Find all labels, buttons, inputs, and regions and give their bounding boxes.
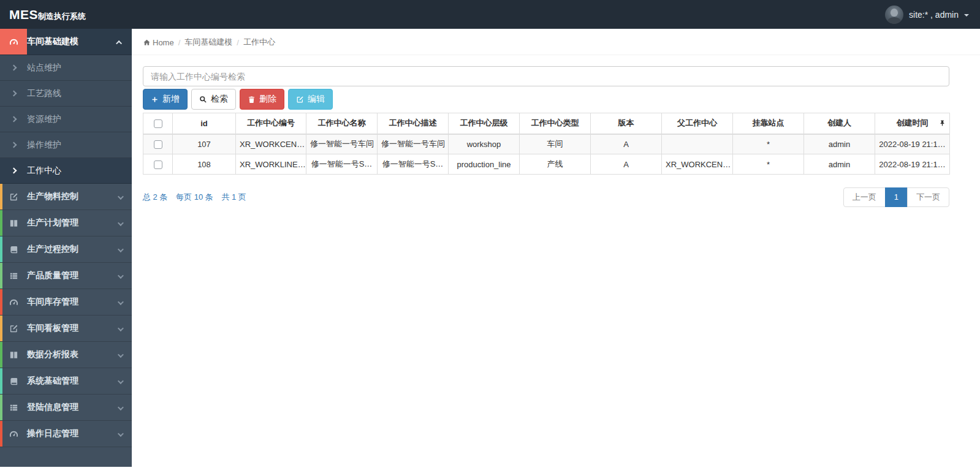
list-icon: [0, 263, 27, 289]
header-created-time: 创建时间: [875, 113, 950, 134]
group-color-strip: [0, 236, 2, 262]
sidebar-group-workshop-basic-modeling[interactable]: 车间基础建模: [0, 29, 132, 55]
breadcrumb-home[interactable]: Home: [143, 38, 174, 47]
row-checkbox[interactable]: [154, 140, 162, 149]
header-station: 挂靠站点: [733, 113, 804, 134]
breadcrumb-section[interactable]: 车间基础建模: [184, 37, 232, 48]
search-icon: [199, 96, 207, 104]
sidebar-group-workshop-inventory-management[interactable]: 车间库存管理: [0, 289, 132, 315]
columns-icon: [0, 210, 27, 236]
sidebar-group-label: 操作日志管理: [27, 428, 78, 439]
chevron-down-icon: [118, 402, 122, 412]
sidebar-group-data-analysis-report[interactable]: 数据分析报表: [0, 342, 132, 368]
top-navbar: MES 制造执行系统 site:* , admin: [0, 0, 980, 29]
dashboard-icon: [0, 29, 27, 55]
table-row[interactable]: 107 XR_WORKCEN… 修一智能一号车间 修一智能一号车间 worksh…: [143, 134, 950, 154]
sidebar-group-login-info-management[interactable]: 登陆信息管理: [0, 395, 132, 421]
sidebar-item-label: 站点维护: [27, 62, 61, 74]
user-menu[interactable]: site:* , admin: [885, 6, 969, 24]
add-button[interactable]: 新增: [143, 89, 188, 110]
chevron-down-icon: [118, 376, 122, 386]
sidebar-group-workshop-kanban-management[interactable]: 车间看板管理: [0, 315, 132, 342]
chevron-down-icon: [118, 323, 122, 333]
trash-icon: [248, 96, 256, 104]
group-color-strip: [0, 210, 2, 236]
sidebar-group-label: 车间库存管理: [27, 297, 78, 308]
home-icon: [143, 39, 151, 47]
cell-code: XR_WORKLINE…: [236, 154, 306, 175]
chevron-right-icon: [0, 158, 27, 183]
chevron-up-icon: [118, 37, 122, 47]
breadcrumb: Home / 车间基础建模 / 工作中心: [132, 29, 980, 55]
app-logo-text: MES: [9, 7, 38, 22]
delete-button[interactable]: 删除: [240, 89, 284, 110]
delete-button-label: 删除: [259, 94, 276, 105]
app-logo-subtitle: 制造执行系统: [38, 11, 86, 22]
sidebar: 车间基础建模 站点维护 工艺路线 资源维护 操作维护 工作中心 生产物料控制 生…: [0, 29, 132, 467]
table-row[interactable]: 108 XR_WORKLINE… 修一智能一号S… 修一智能一号S… produ…: [143, 154, 950, 175]
cell-parent: [662, 134, 733, 154]
cell-created-time: 2022-08-19 21:1…: [875, 134, 950, 154]
table-header-row: id 工作中心编号 工作中心名称 工作中心描述 工作中心层级 工作中心类型 版本…: [143, 113, 950, 134]
sidebar-item-label: 工作中心: [27, 165, 61, 176]
page-1-button[interactable]: 1: [885, 187, 908, 207]
cell-code: XR_WORKCEN…: [236, 134, 306, 154]
group-color-strip: [0, 421, 2, 447]
row-checkbox[interactable]: [154, 161, 162, 169]
group-color-strip: [0, 263, 2, 289]
header-level: 工作中心层级: [449, 113, 520, 134]
sidebar-item-label: 操作维护: [27, 140, 61, 151]
sidebar-group-label: 生产过程控制: [27, 244, 78, 255]
sidebar-group-production-plan-management[interactable]: 生产计划管理: [0, 210, 132, 236]
group-color-strip: [0, 342, 2, 368]
select-all-checkbox[interactable]: [154, 119, 162, 128]
sidebar-group-operation-log-management[interactable]: 操作日志管理: [0, 421, 132, 447]
sidebar-group-production-material-control[interactable]: 生产物料控制: [0, 184, 132, 210]
cell-level: workshop: [449, 134, 520, 154]
sidebar-item-station-maintenance[interactable]: 站点维护: [0, 55, 132, 81]
sidebar-group-system-basic-management[interactable]: 系统基础管理: [0, 368, 132, 395]
cell-name: 修一智能一号车间: [306, 134, 378, 154]
sidebar-item-process-route[interactable]: 工艺路线: [0, 81, 132, 107]
group-color-strip: [0, 289, 2, 315]
dashboard-icon: [0, 421, 27, 447]
sidebar-group-label: 车间基础建模: [27, 36, 78, 47]
work-center-table: id 工作中心编号 工作中心名称 工作中心描述 工作中心层级 工作中心类型 版本…: [143, 113, 950, 175]
sidebar-group-label: 系统基础管理: [27, 376, 78, 387]
sidebar-group-label: 数据分析报表: [27, 349, 78, 360]
chevron-right-icon: [0, 107, 27, 132]
search-button[interactable]: 检索: [191, 89, 236, 110]
group-color-strip: [0, 184, 2, 210]
sidebar-item-resource-maintenance[interactable]: 资源维护: [0, 107, 132, 132]
prev-page-button[interactable]: 上一页: [843, 187, 886, 207]
chevron-down-icon: [118, 218, 122, 228]
sidebar-group-production-process-control[interactable]: 生产过程控制: [0, 236, 132, 263]
search-input[interactable]: [143, 66, 949, 86]
cell-station: *: [733, 134, 804, 154]
sidebar-group-label: 生产物料控制: [27, 191, 78, 202]
next-page-button[interactable]: 下一页: [907, 187, 949, 207]
sidebar-item-label: 资源维护: [27, 114, 61, 125]
cell-type: 车间: [520, 134, 591, 154]
sidebar-item-operation-maintenance[interactable]: 操作维护: [0, 132, 132, 158]
sidebar-group-product-quality-management[interactable]: 产品质量管理: [0, 263, 132, 289]
header-code: 工作中心编号: [236, 113, 306, 134]
pin-icon[interactable]: [939, 120, 946, 127]
add-button-label: 新增: [162, 94, 180, 105]
chevron-down-icon: [118, 350, 122, 360]
breadcrumb-separator: /: [178, 38, 181, 47]
app-logo[interactable]: MES 制造执行系统: [0, 7, 86, 22]
cell-id: 107: [173, 134, 236, 154]
chevron-down-icon: [118, 271, 122, 281]
user-avatar: [885, 6, 903, 24]
sidebar-item-work-center[interactable]: 工作中心: [0, 158, 132, 184]
cell-parent: XR_WORKCEN…: [662, 154, 733, 175]
edit-button[interactable]: 编辑: [288, 89, 333, 110]
cell-creator: admin: [804, 154, 875, 175]
summary-per-page: 每页 10 条: [176, 192, 213, 202]
chevron-right-icon: [0, 132, 27, 157]
book-icon: [0, 236, 27, 262]
group-color-strip: [0, 368, 2, 394]
row-select-cell: [143, 154, 173, 175]
breadcrumb-current: 工作中心: [243, 37, 275, 48]
